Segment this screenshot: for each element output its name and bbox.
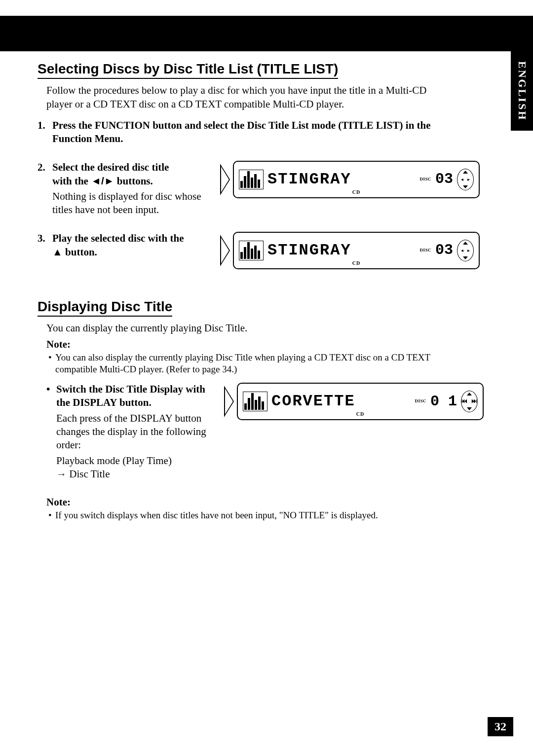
lcd-sub-label: CD bbox=[352, 260, 360, 266]
note-2-label: Note: bbox=[46, 496, 495, 509]
lcd-sub-label: CD bbox=[352, 189, 360, 195]
note-1-label: Note: bbox=[46, 338, 495, 351]
desc2-a: Playback mode (Play Time) bbox=[56, 455, 172, 467]
left-right-arrows-icon: ◄/► bbox=[91, 175, 114, 186]
pointer-icon bbox=[220, 164, 230, 195]
note-2: • If you switch displays when disc title… bbox=[48, 509, 495, 522]
lcd-main-text: STINGRAY bbox=[267, 240, 416, 261]
lcd-disc-number: 0 1 bbox=[430, 392, 457, 411]
equalizer-icon bbox=[239, 241, 264, 260]
step-2-title-c: buttons. bbox=[114, 175, 153, 187]
nav-knob-icon: ⏮⏭ bbox=[461, 391, 478, 412]
lcd-disc-number: 03 bbox=[435, 170, 453, 189]
lcd-main-text: CORVETTE bbox=[271, 391, 411, 412]
step-3-title-a: Play the selected disc with the bbox=[52, 232, 184, 244]
section2-intro: You can display the currently playing Di… bbox=[46, 322, 495, 335]
step-1-text: Press the FUNCTION button and select the… bbox=[52, 119, 431, 144]
note-2-text: If you switch displays when disc titles … bbox=[55, 509, 378, 522]
nav-knob-icon: ◂▸ bbox=[457, 240, 474, 261]
top-black-bar bbox=[0, 16, 533, 51]
bullet-dot-icon: • bbox=[48, 352, 55, 376]
step-2-number: 2. bbox=[38, 161, 52, 174]
equalizer-icon bbox=[239, 170, 264, 189]
step-1: 1. Press the FUNCTION button and select … bbox=[38, 119, 495, 146]
section-title-displaying: Displaying Disc Title bbox=[38, 298, 172, 317]
pointer-icon bbox=[220, 235, 230, 266]
lcd-main-text: STINGRAY bbox=[267, 169, 416, 190]
section1-intro: Follow the procedures below to play a di… bbox=[46, 84, 495, 111]
lcd-disc-label: DISC bbox=[415, 398, 426, 404]
up-arrow-icon: ▲ bbox=[52, 246, 63, 257]
pointer-icon bbox=[224, 386, 234, 417]
lcd-disc-number: 03 bbox=[435, 241, 453, 260]
step-3-title: Play the selected disc with the ▲ button… bbox=[52, 232, 214, 259]
lcd-display-corvette: CORVETTE DISC 0 1 ⏮⏭ CD bbox=[224, 383, 484, 420]
step-3-title-b: button. bbox=[63, 246, 97, 258]
bullet-dot-icon: • bbox=[48, 509, 55, 522]
step-2-title: Select the desired disc title with the ◄… bbox=[52, 161, 214, 188]
step-2: 2. Select the desired disc title with th… bbox=[38, 161, 495, 217]
bullet-step-title: Switch the Disc Title Display with the D… bbox=[56, 383, 218, 410]
nav-knob-icon: ◂▸ bbox=[457, 169, 474, 190]
note-1: • You can also display the currently pla… bbox=[48, 352, 495, 376]
right-arrow-icon: → bbox=[56, 468, 67, 481]
lcd-screen: STINGRAY DISC 03 ◂▸ CD bbox=[233, 161, 480, 198]
step-3: 3. Play the selected disc with the ▲ but… bbox=[38, 232, 495, 269]
desc2-b: Disc Title bbox=[67, 468, 110, 480]
step-1-number: 1. bbox=[38, 119, 52, 132]
lcd-disc-label: DISC bbox=[419, 177, 431, 182]
equalizer-icon bbox=[243, 392, 267, 411]
lcd-disc-label: DISC bbox=[419, 248, 431, 253]
lcd-screen: STINGRAY DISC 03 ◂▸ CD bbox=[233, 232, 480, 269]
lcd-display-2: STINGRAY DISC 03 ◂▸ CD bbox=[220, 161, 480, 198]
note-1-text: You can also display the currently playi… bbox=[55, 352, 466, 376]
bullet-step-desc1: Each press of the DISPLAY button changes… bbox=[56, 412, 218, 452]
lcd-screen: CORVETTE DISC 0 1 ⏮⏭ CD bbox=[237, 383, 484, 420]
bullet-dot-icon: • bbox=[46, 383, 56, 396]
lcd-display-3: STINGRAY DISC 03 ◂▸ CD bbox=[220, 232, 480, 269]
section-title-title-list: Selecting Discs by Disc Title List (TITL… bbox=[38, 60, 338, 79]
step-2-title-b: with the bbox=[52, 175, 91, 187]
step-2-title-a: Select the desired disc title bbox=[52, 161, 169, 173]
bullet-step-desc2: Playback mode (Play Time) → Disc Title bbox=[56, 454, 218, 481]
step-3-number: 3. bbox=[38, 232, 52, 245]
language-tab: ENGLISH bbox=[511, 51, 533, 131]
bullet-step: • Switch the Disc Title Display with the… bbox=[38, 383, 495, 481]
step-2-desc: Nothing is displayed for disc whose titl… bbox=[52, 190, 214, 217]
lcd-sub-label: CD bbox=[356, 411, 364, 417]
